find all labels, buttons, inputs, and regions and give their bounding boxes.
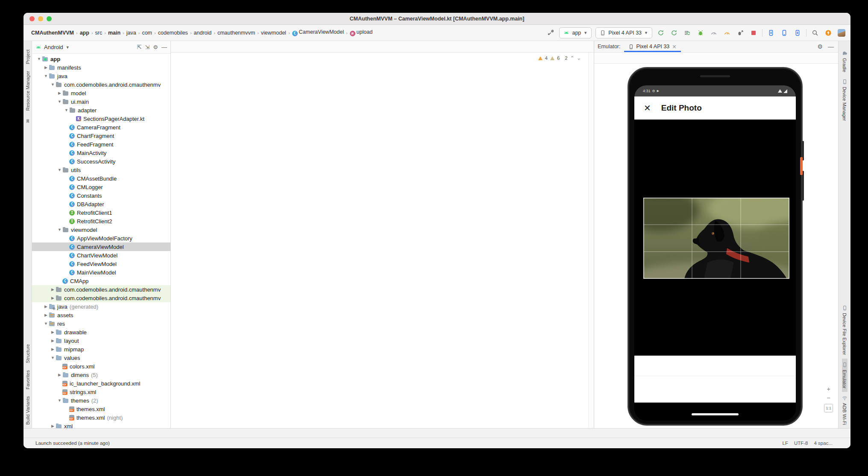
tree-item[interactable]: ▼com.codemobiles.android.cmauthenmv [32,80,170,89]
sync-status-icon[interactable] [683,28,692,38]
avatar[interactable] [837,28,846,38]
tree-item[interactable]: IRetrofitClient1 [32,208,170,217]
breadcrumb-item[interactable]: src [94,29,103,36]
breadcrumb-item[interactable]: CCameraViewModel [291,29,345,37]
tool-strip-item-device-manager[interactable]: Device Manager [842,76,847,124]
run-configuration-select[interactable]: app ▼ [559,27,592,38]
settings-icon[interactable]: ⚙ [153,44,158,50]
error-stripe[interactable] [588,53,594,428]
debug-icon[interactable] [696,28,705,38]
tree-item[interactable]: CMainViewModel [32,268,170,277]
hide-panel-icon[interactable]: — [161,44,167,50]
tool-strip-item-favorites[interactable]: Favorites [25,367,30,393]
breadcrumb-item[interactable]: android [193,29,213,36]
tree-item[interactable]: ▶drawable [32,328,170,336]
tree-item[interactable]: ▼values [32,353,170,362]
collapse-all-icon[interactable]: ⇲ [145,44,150,50]
tree-item[interactable]: CConstants [32,191,170,200]
stop-icon[interactable] [749,28,758,38]
expand-all-icon[interactable]: ⇱ [137,44,142,50]
tree-item[interactable]: ▼utils [32,166,170,174]
breadcrumb-item[interactable]: main [107,29,121,36]
tree-item[interactable]: ▶com.codemobiles.android.cmauthenmv [32,285,170,294]
tree-item[interactable]: ▼themes(2) [32,396,170,405]
tree-item[interactable]: ic_launcher_background.xml [32,379,170,388]
device-sync-icon[interactable] [793,28,802,38]
breadcrumb-item[interactable]: CMAuthenMVVM [30,29,75,36]
tree-item[interactable]: themes.xml(night) [32,413,170,422]
tree-item[interactable]: ▶layout [32,336,170,345]
tree-item[interactable]: CDBAdapter [32,200,170,208]
project-view-header[interactable]: Android ▼ ⇱ ⇲ ⚙ — [32,41,170,54]
tree-item[interactable]: ▼viewmodel [32,225,170,234]
line-ending-indicator[interactable]: LF [783,441,788,446]
breadcrumb-item[interactable]: app [79,29,90,36]
tree-item[interactable]: ▼java [32,72,170,80]
attach-debugger-icon[interactable] [736,28,745,38]
tree-item[interactable]: ▼adapter [32,106,170,114]
phone-screen[interactable]: 4:31 ⚙ ▶ ✕ Edit Photo [634,85,796,421]
breadcrumb-item[interactable]: codemobiles [157,29,189,36]
layout-inspector-device-icon[interactable] [780,28,789,38]
tree-item[interactable]: ▶manifests [32,63,170,72]
tool-strip-item-build-variants[interactable]: Build Variants [25,393,30,428]
tree-item[interactable]: CCMApp [32,277,170,285]
tool-strip-item-device-file-explorer[interactable]: Device File Explorer [842,302,847,358]
tree-item[interactable]: CFeedViewModel [32,260,170,268]
tree-item[interactable]: CCameraViewModel [32,242,170,251]
apply-code-changes-icon[interactable] [669,28,679,38]
device-mirror-icon[interactable] [766,28,776,38]
tree-item[interactable]: ▶model [32,89,170,97]
profiler-attach-icon[interactable] [709,28,718,38]
tree-item[interactable]: CSuccessActivity [32,157,170,166]
tree-item[interactable]: strings.xml [32,388,170,396]
zoom-in-button[interactable]: + [827,386,830,392]
tool-strip-item-gradle[interactable]: Gradle [842,47,847,76]
tool-strip-item-resource-manager[interactable]: Resource Manager [25,67,30,114]
tree-item[interactable]: CAppViewModelFactory [32,234,170,242]
tree-item[interactable]: CCMAssetBundle [32,174,170,183]
encoding-indicator[interactable]: UTF-8 [794,441,808,446]
breadcrumb-item[interactable]: java [126,29,137,36]
emulator-device-tab[interactable]: Pixel 4 API 33 ✕ [624,41,681,52]
zoom-out-button[interactable]: − [827,395,830,401]
breadcrumb-item[interactable]: viewmodel [260,29,287,36]
settings-icon[interactable]: ⚙ [817,43,823,50]
zoom-reset-button[interactable]: 1:1 [824,404,833,412]
device-select[interactable]: Pixel 4 API 33 ▼ [595,27,652,38]
breadcrumb-item[interactable]: cmauthenmvvm [217,29,256,36]
tool-strip-item-adb-wi-fi[interactable]: ADB Wi-Fi [842,392,847,428]
search-everywhere-icon[interactable] [810,28,820,38]
tree-item[interactable]: ▶assets [32,311,170,319]
dog-photo[interactable] [643,198,789,279]
tree-item[interactable]: ▼res [32,319,170,328]
profiler-icon[interactable] [722,28,732,38]
build-wrench-icon[interactable] [546,28,555,38]
tree-item[interactable]: CCameraFragment [32,123,170,131]
breadcrumb-item[interactable]: mupload [349,29,374,37]
tree-item[interactable]: CFeedFragment [32,140,170,149]
tree-item[interactable]: CCMLogger [32,183,170,191]
indent-indicator[interactable]: 4 spac... [814,441,833,446]
upgrade-assistant-icon[interactable] [824,28,833,38]
tree-item[interactable]: ▶xml [32,422,170,428]
code-editor[interactable]: 4 6 2 ⌃ ⌄ [171,53,594,428]
close-icon[interactable]: ✕ [644,103,651,113]
tree-item[interactable]: themes.xml [32,405,170,413]
breadcrumb-item[interactable]: com [141,29,153,36]
close-icon[interactable]: ✕ [672,44,676,50]
tree-item[interactable]: colors.xml [32,362,170,371]
tool-strip-item-structure[interactable]: Structure [25,341,30,367]
tree-item[interactable]: ▼app [32,55,170,63]
tree-item[interactable]: CMainActivity [32,149,170,157]
tree-item[interactable]: IRetrofitClient2 [32,217,170,225]
tree-item[interactable]: ▶com.codemobiles.android.cmauthenmv [32,294,170,302]
rerun-icon[interactable] [656,28,666,38]
inspection-widget[interactable]: 4 6 2 ⌃ ⌄ [537,55,583,61]
bookmark-icon[interactable] [25,119,30,124]
tree-item[interactable]: ▼ui.main [32,97,170,106]
tool-strip-item-emulator[interactable]: Emulator [842,359,847,392]
photo-crop-area[interactable] [634,120,796,356]
home-indicator[interactable] [692,413,739,415]
tree-item[interactable]: CChartFragment [32,131,170,140]
